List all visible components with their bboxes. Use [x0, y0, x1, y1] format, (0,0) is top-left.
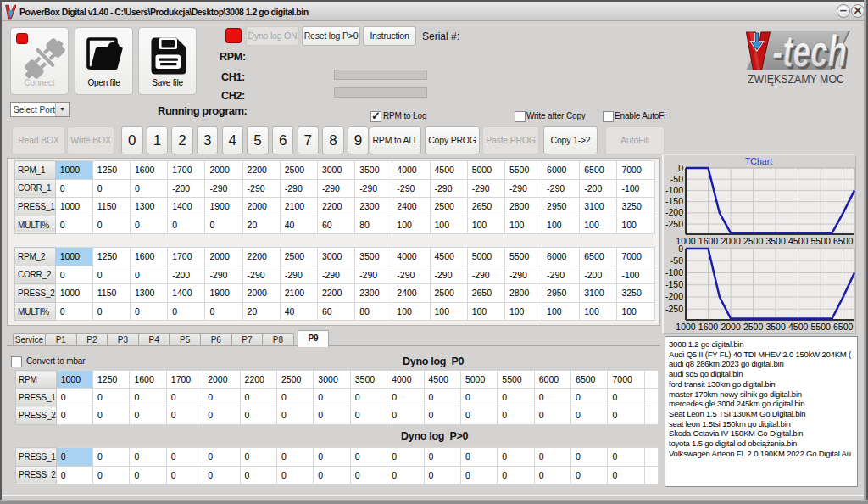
- svg-text:5500: 5500: [811, 322, 832, 332]
- svg-text:-150: -150: [665, 279, 683, 289]
- svg-text:-50: -50: [670, 255, 683, 266]
- svg-text:0: 0: [678, 244, 683, 254]
- svg-text:-150: -150: [665, 196, 683, 206]
- svg-text:4500: 4500: [788, 322, 809, 332]
- svg-text:2000: 2000: [721, 322, 741, 332]
- svg-text:ZWIĘKSZAMY MOC: ZWIĘKSZAMY MOC: [748, 71, 844, 86]
- svg-text:-100: -100: [665, 267, 683, 277]
- svg-text:-tech: -tech: [772, 28, 847, 76]
- svg-text:-100: -100: [665, 185, 683, 195]
- svg-text:1000: 1000: [676, 322, 696, 332]
- svg-text:0: 0: [678, 163, 683, 173]
- svg-text:2500: 2500: [743, 322, 764, 332]
- svg-text:-50: -50: [670, 174, 683, 184]
- svg-text:6500: 6500: [833, 322, 854, 332]
- svg-text:3500: 3500: [765, 322, 786, 332]
- svg-text:-200: -200: [665, 291, 683, 301]
- svg-text:-250: -250: [665, 219, 683, 229]
- svg-text:TChart: TChart: [745, 156, 772, 166]
- svg-text:1600: 1600: [698, 322, 719, 332]
- svg-text:-250: -250: [665, 304, 683, 314]
- svg-text:-200: -200: [665, 207, 683, 217]
